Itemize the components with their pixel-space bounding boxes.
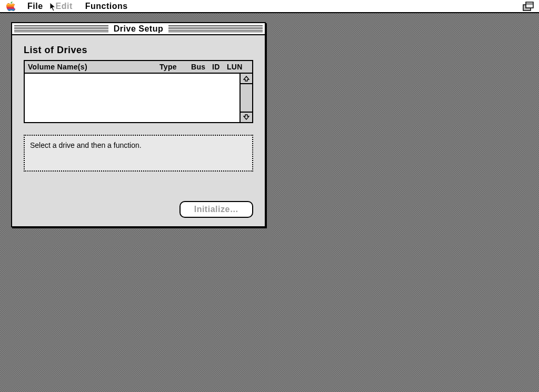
scroll-down-button[interactable]: [241, 112, 252, 122]
window-titlebar[interactable]: Drive Setup: [12, 23, 265, 35]
list-title: List of Drives: [24, 45, 253, 56]
svg-marker-5: [244, 76, 249, 81]
app-switcher-icon: [523, 2, 534, 11]
scroll-up-button[interactable]: [241, 74, 252, 84]
col-header-id: ID: [212, 63, 227, 71]
drive-list: Volume Name(s) Type Bus ID LUN: [24, 60, 253, 123]
drive-list-scrollbar: [241, 74, 252, 122]
apple-menu[interactable]: [0, 0, 21, 12]
col-header-bus: Bus: [191, 63, 212, 71]
col-header-type: Type: [159, 63, 191, 71]
menu-functions[interactable]: Functions: [79, 0, 134, 12]
col-header-volume: Volume Name(s): [28, 63, 159, 71]
window-title: Drive Setup: [108, 24, 168, 34]
svg-marker-6: [244, 115, 249, 119]
drive-list-header: Volume Name(s) Type Bus ID LUN: [25, 61, 252, 74]
scroll-track[interactable]: [241, 84, 252, 112]
window-body: List of Drives Volume Name(s) Type Bus I…: [12, 35, 265, 225]
svg-rect-2: [526, 2, 533, 8]
initialize-button[interactable]: Initialize…: [179, 201, 253, 218]
screen: File Edit Functions Drive Setup List of …: [0, 0, 539, 392]
apple-logo-icon: [6, 2, 15, 11]
scroll-down-arrow-icon: [243, 114, 249, 120]
menubar-right[interactable]: [518, 0, 539, 12]
col-header-lun: LUN: [227, 63, 248, 71]
menu-edit[interactable]: Edit: [49, 0, 79, 12]
menubar: File Edit Functions: [0, 0, 539, 13]
window-drive-setup: Drive Setup List of Drives Volume Name(s…: [11, 22, 266, 227]
scroll-up-arrow-icon: [243, 75, 249, 82]
drive-list-rows[interactable]: [25, 74, 241, 122]
button-row: Initialize…: [24, 192, 253, 218]
drive-list-body: [25, 74, 252, 122]
menu-file[interactable]: File: [21, 0, 49, 12]
status-box: Select a drive and then a function.: [24, 135, 253, 172]
status-text: Select a drive and then a function.: [30, 141, 142, 149]
